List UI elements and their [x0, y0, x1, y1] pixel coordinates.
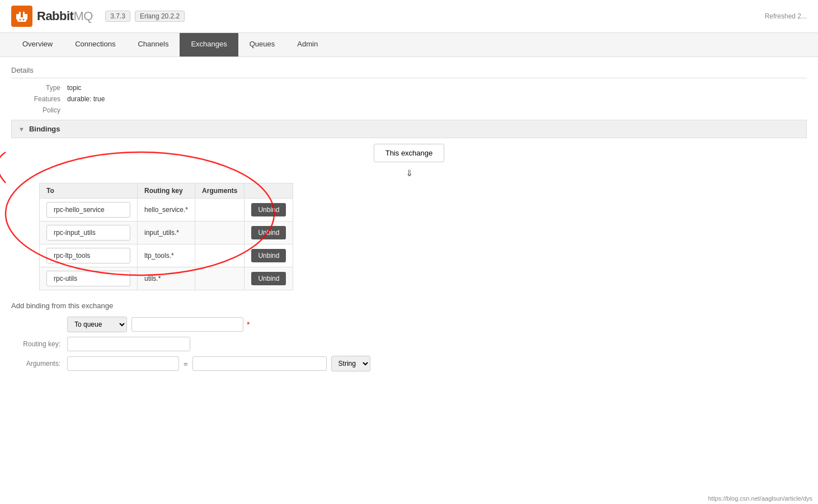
unbind-cell-3: Unbind [245, 267, 293, 290]
policy-label: Policy [11, 106, 67, 114]
add-binding-section: Add binding from this exchange To queueT… [11, 302, 807, 371]
type-label: Type [11, 84, 67, 92]
equals-sign: = [184, 360, 188, 368]
rabbit-logo-svg [15, 10, 29, 23]
col-routing-key: Routing key [138, 183, 195, 199]
bindings-triangle-icon: ▼ [18, 126, 25, 133]
arguments-value-input[interactable] [192, 356, 327, 371]
logo-text: RabbitMQ. [37, 9, 94, 23]
arguments-cell-0 [195, 199, 245, 222]
col-arguments: Arguments [195, 183, 245, 199]
logo-icon [11, 6, 32, 27]
bindings-title: Bindings [29, 125, 60, 133]
refresh-info: Refreshed 2... [765, 12, 807, 20]
queue-name-input[interactable] [131, 317, 243, 332]
unbind-button-3[interactable]: Unbind [251, 272, 286, 285]
arguments-type-select[interactable]: String [331, 356, 370, 371]
unbind-cell-2: Unbind [245, 244, 293, 267]
unbind-button-1[interactable]: Unbind [251, 226, 286, 239]
details-table: Type topic Features durable: true Policy [11, 84, 807, 114]
erlang-badge: Erlang 20.2.2 [135, 11, 185, 22]
table-row: rpc-input_utils input_utils.* Unbind [40, 222, 293, 244]
required-star: * [247, 320, 250, 329]
nav-channels[interactable]: Channels [126, 33, 180, 56]
features-label: Features [11, 95, 67, 103]
details-policy-row: Policy [11, 106, 807, 114]
svg-rect-4 [23, 12, 25, 15]
bindings-table: To Routing key Arguments rpc-hello_servi… [39, 183, 293, 290]
nav-overview[interactable]: Overview [11, 33, 64, 56]
arrow-down-icon: ⇓ [11, 168, 807, 178]
nav-connections[interactable]: Connections [64, 33, 126, 56]
arguments-cell-3 [195, 267, 245, 290]
nav-exchanges[interactable]: Exchanges [180, 33, 238, 56]
nav-queues[interactable]: Queues [238, 33, 286, 56]
details-section-header: Details [11, 63, 807, 78]
arguments-form-label: Arguments: [11, 360, 67, 368]
arguments-key-input[interactable] [67, 356, 179, 371]
details-features-row: Features durable: true [11, 95, 807, 103]
header: RabbitMQ. 3.7.3 Erlang 20.2.2 Refreshed … [0, 0, 818, 33]
table-row: rpc-ltp_tools ltp_tools.* Unbind [40, 244, 293, 267]
routing-key-cell-2: ltp_tools.* [138, 244, 195, 267]
col-actions [245, 183, 293, 199]
binding-to-cell-3: rpc-utils [40, 267, 138, 290]
svg-rect-3 [19, 12, 21, 15]
routing-key-cell-1: input_utils.* [138, 222, 195, 244]
version-badge: 3.7.3 [105, 11, 130, 22]
unbind-cell-1: Unbind [245, 222, 293, 244]
content: Details Type topic Features durable: tru… [0, 57, 818, 381]
arguments-row: Arguments: = String [11, 356, 807, 371]
to-queue-row: To queueTo exchange * [11, 317, 807, 332]
binding-to-cell-2: rpc-ltp_tools [40, 244, 138, 267]
col-to: To [40, 183, 138, 199]
queue-name-button-3[interactable]: rpc-utils [46, 271, 130, 286]
details-type-row: Type topic [11, 84, 807, 92]
unbind-button-2[interactable]: Unbind [251, 249, 286, 262]
routing-key-form-label: Routing key: [11, 340, 67, 348]
logo: RabbitMQ. [11, 6, 94, 27]
svg-point-6 [23, 19, 25, 21]
bindings-header[interactable]: ▼ Bindings [11, 120, 807, 138]
arguments-cell-2 [195, 244, 245, 267]
queue-name-button-2[interactable]: rpc-ltp_tools [46, 248, 130, 263]
bindings-content: This exchange ⇓ To Routing key Arguments [11, 144, 807, 371]
nav-admin[interactable]: Admin [286, 33, 329, 56]
routing-key-cell-0: hello_service.* [138, 199, 195, 222]
features-value: durable: true [67, 95, 105, 103]
binding-to-cell-1: rpc-input_utils [40, 222, 138, 244]
arguments-cell-1 [195, 222, 245, 244]
queue-name-button-0[interactable]: rpc-hello_service [46, 202, 130, 218]
binding-to-cell-0: rpc-hello_service [40, 199, 138, 222]
queue-name-button-1[interactable]: rpc-input_utils [46, 225, 130, 241]
routing-key-input[interactable] [67, 337, 190, 351]
this-exchange-button[interactable]: This exchange [374, 144, 445, 162]
type-value: topic [67, 84, 81, 92]
add-binding-title: Add binding from this exchange [11, 302, 807, 310]
unbind-cell-0: Unbind [245, 199, 293, 222]
table-row: rpc-hello_service hello_service.* Unbind [40, 199, 293, 222]
svg-rect-2 [17, 17, 26, 22]
svg-point-5 [20, 19, 21, 21]
exchange-button-area: This exchange [11, 144, 807, 162]
nav: Overview Connections Channels Exchanges … [0, 33, 818, 57]
bindings-table-wrapper: To Routing key Arguments rpc-hello_servi… [39, 183, 807, 290]
table-row: rpc-utils utils.* Unbind [40, 267, 293, 290]
unbind-button-0[interactable]: Unbind [251, 203, 286, 216]
routing-key-row: Routing key: [11, 337, 807, 351]
routing-key-cell-3: utils.* [138, 267, 195, 290]
queue-input-placeholder [131, 317, 243, 332]
to-queue-select[interactable]: To queueTo exchange [67, 317, 127, 332]
